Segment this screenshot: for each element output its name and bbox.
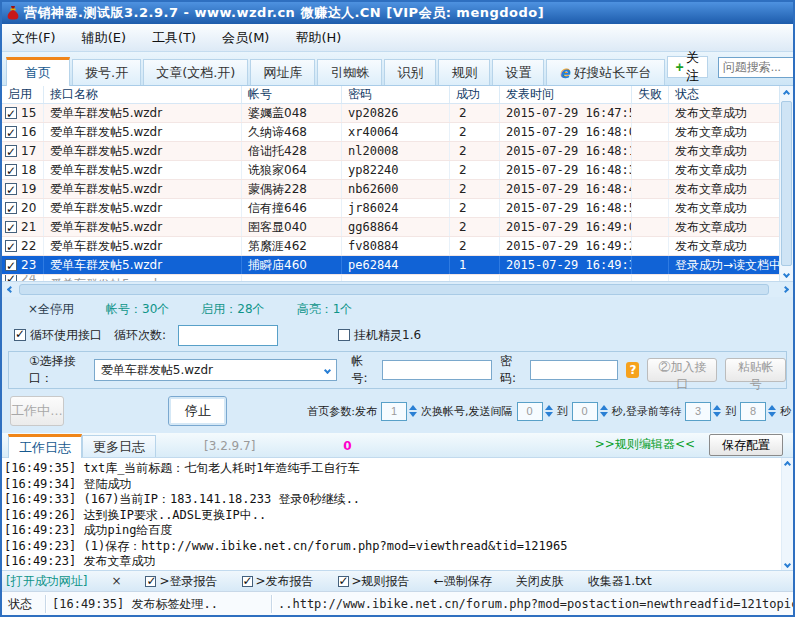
save-config-button[interactable]: 保存配置: [709, 434, 783, 456]
interval-max-spinner[interactable]: [572, 402, 608, 421]
menu-item-2[interactable]: 工具(T): [152, 29, 196, 47]
table-row[interactable]: 19爱单车群发帖5.wzdr蒙偶祷228nb6260022015-07-29 1…: [2, 180, 783, 199]
cell-success: 2: [450, 161, 500, 179]
scroll-right-arrow-icon[interactable]: [777, 282, 793, 298]
table-horizontal-scrollbar[interactable]: [2, 281, 793, 297]
tab-4[interactable]: 引蜘蛛: [317, 59, 382, 85]
cell-interface-name: 爱单车群发帖5.wzdr: [44, 161, 242, 179]
close-icon[interactable]: ×: [111, 574, 121, 588]
wait-max-spinner[interactable]: [740, 402, 776, 421]
tab-label: 设置: [505, 64, 531, 82]
rule-editor-link[interactable]: >>规则编辑器<<: [595, 436, 695, 453]
hangup-checkbox[interactable]: 挂机精灵1.6: [338, 327, 421, 344]
publish-count-input[interactable]: [381, 402, 407, 421]
spinner-arrows-icon[interactable]: [768, 405, 776, 417]
tab-6[interactable]: 规则: [438, 59, 490, 85]
tab-work-log[interactable]: 工作日志: [8, 434, 82, 458]
table-vertical-scrollbar[interactable]: [779, 86, 793, 281]
interval-min-input[interactable]: [517, 402, 543, 421]
table-row[interactable]: 21爱单车群发帖5.wzdr圉客显040gg6886422015-07-29 1…: [2, 218, 783, 237]
table-row[interactable]: 16爱单车群发帖5.wzdr久纳谛468xr4006422015-07-29 1…: [2, 123, 783, 142]
spinner-arrows-icon[interactable]: [545, 405, 553, 417]
row-checkbox[interactable]: [5, 164, 17, 176]
wait-min-input[interactable]: [685, 402, 711, 421]
counter-badge: 0: [343, 439, 351, 453]
row-checkbox[interactable]: [5, 259, 17, 271]
accounts-table: 启用接口名称帐号密码成功发表时间失败状态 15爱单车群发帖5.wzdr婆孎盖04…: [2, 86, 793, 281]
tab-more-log[interactable]: 更多日志: [82, 435, 156, 457]
paste-account-button[interactable]: 粘贴帐号: [725, 358, 786, 382]
interval-min-spinner[interactable]: [517, 402, 553, 421]
row-checkbox[interactable]: [5, 183, 17, 195]
stop-all-button[interactable]: ×全停用: [28, 301, 74, 318]
checkbox-checked-icon: [242, 576, 253, 587]
menu-item-0[interactable]: 文件(F): [12, 29, 56, 47]
search-input[interactable]: [718, 57, 795, 78]
tab-7[interactable]: 设置: [492, 59, 544, 85]
report-label: >发布报告: [256, 573, 314, 590]
collector-label[interactable]: 收集器1.txt: [588, 573, 652, 590]
row-checkbox[interactable]: [5, 240, 17, 252]
report-toggle-2[interactable]: >规则报告: [338, 573, 410, 590]
follow-button[interactable]: + 关注: [667, 56, 708, 78]
working-button[interactable]: 工作中…: [10, 396, 64, 426]
help-icon[interactable]: ?: [626, 362, 639, 378]
row-checkbox[interactable]: [5, 202, 17, 214]
open-success-url-link[interactable]: [打开成功网址]: [6, 573, 87, 590]
add-interface-button[interactable]: ②加入接口: [647, 358, 717, 382]
tab-3[interactable]: 网址库: [250, 59, 315, 85]
close-skin-button[interactable]: 关闭皮肤: [516, 573, 564, 590]
table-row[interactable]: 17爱单车群发帖5.wzdr偣诎托428nl2000822015-07-29 1…: [2, 142, 783, 161]
tab-label: 文章(文档.开): [156, 64, 235, 82]
spinner-arrows-icon[interactable]: [409, 405, 417, 417]
row-checkbox[interactable]: [5, 126, 17, 138]
interval-max-input[interactable]: [572, 402, 598, 421]
loop-times-input[interactable]: [178, 325, 278, 346]
cell-fail: [632, 218, 669, 236]
interface-select[interactable]: 爱单车群发帖5.wzdr: [94, 359, 338, 381]
tab-2[interactable]: 文章(文档.开): [143, 59, 248, 85]
window-title: 营销神器.测试版3.2.9.7 - www.wzdr.cn 微赚达人.CN [V…: [24, 4, 544, 22]
cell-interface-name: 爱单车群发帖5.wzdr: [44, 123, 242, 141]
table-row[interactable]: 23爱单车群发帖5.wzdr捕瞬庙460pe6284412015-07-29 1…: [2, 256, 783, 275]
row-checkbox[interactable]: [5, 107, 17, 119]
wait-max-input[interactable]: [740, 402, 766, 421]
row-checkbox[interactable]: [5, 145, 17, 157]
menu-item-4[interactable]: 帮助(H): [295, 29, 341, 47]
tab-8[interactable]: e好搜站长平台: [546, 59, 664, 85]
cell-status: 发布文章成功: [669, 199, 783, 217]
log-vertical-scrollbar[interactable]: [781, 458, 793, 570]
tab-0[interactable]: 首页: [6, 57, 70, 86]
report-toggle-1[interactable]: >发布报告: [242, 573, 314, 590]
vertical-scrollbar-thumb[interactable]: [781, 101, 792, 266]
report-toggle-0[interactable]: >登录报告: [145, 573, 217, 590]
table-row[interactable]: 15爱单车群发帖5.wzdr婆孎盖048vp2082622015-07-29 1…: [2, 104, 783, 123]
row-checkbox[interactable]: [5, 221, 17, 233]
menu-item-1[interactable]: 辅助(E): [82, 29, 126, 47]
scroll-up-arrow-icon[interactable]: [780, 86, 793, 100]
loop-interface-checkbox[interactable]: 循环使用接口: [14, 327, 102, 344]
menu-item-3[interactable]: 会员(M): [222, 29, 269, 47]
scroll-down-arrow-icon[interactable]: [782, 558, 793, 570]
spinner-arrows-icon[interactable]: [600, 405, 608, 417]
account-input[interactable]: [382, 360, 492, 380]
cell-account: 第縻涯462: [242, 237, 342, 255]
password-input[interactable]: [530, 360, 618, 380]
tab-1[interactable]: 拨号.开: [72, 59, 141, 85]
tab-label: 好搜站长平台: [574, 64, 652, 82]
scroll-down-arrow-icon[interactable]: [780, 267, 793, 281]
scroll-up-arrow-icon[interactable]: [782, 458, 793, 470]
table-row[interactable]: 18爱单车群发帖5.wzdr诜狼家064yp8224022015-07-29 1…: [2, 161, 783, 180]
spinner-arrows-icon[interactable]: [713, 405, 721, 417]
force-save-button[interactable]: ←强制保存: [434, 573, 492, 590]
table-row[interactable]: 22爱单车群发帖5.wzdr第縻涯462fv8088422015-07-29 1…: [2, 237, 783, 256]
table-row[interactable]: 20爱单车群发帖5.wzdr信有撞646jr8602422015-07-29 1…: [2, 199, 783, 218]
stop-button[interactable]: 停止: [168, 396, 227, 426]
horizontal-scrollbar-thumb[interactable]: [19, 284, 769, 295]
publish-count-spinner[interactable]: [381, 402, 417, 421]
scroll-left-arrow-icon[interactable]: [2, 282, 18, 298]
wait-min-spinner[interactable]: [685, 402, 721, 421]
cell-success: 2: [450, 123, 500, 141]
enabled-count: 启用：28个: [201, 301, 264, 318]
tab-5[interactable]: 识别: [384, 59, 436, 85]
